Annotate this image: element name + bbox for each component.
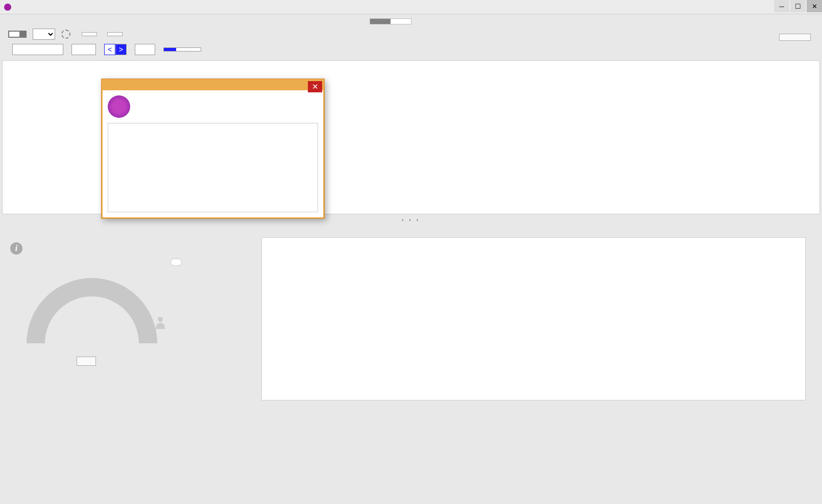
window-minimize-button[interactable]: ─ [774, 0, 789, 12]
person-icon [155, 316, 166, 329]
svg-point-0 [158, 317, 163, 322]
app-icon [4, 4, 11, 11]
window-close-button[interactable]: ✕ [807, 0, 822, 12]
main-tab-group [370, 18, 412, 24]
loading-spinner-icon [61, 30, 70, 39]
scan-interval-select[interactable] [33, 29, 55, 40]
band-24-button[interactable] [176, 48, 188, 51]
filter-button[interactable] [779, 34, 811, 41]
cloud-icon [171, 259, 182, 266]
speed-test-panel: i [0, 237, 245, 400]
window-title-bar: ─ ☐ ✕ [0, 0, 822, 14]
wifi-globe-icon [108, 95, 130, 118]
scan-toggle-button[interactable] [8, 31, 27, 38]
tab-whos-on-network[interactable] [391, 19, 411, 24]
tab-scan[interactable] [370, 19, 391, 24]
scan-toolbar [0, 27, 822, 42]
speed-gauge [20, 277, 163, 348]
modal-close-button[interactable]: ✕ [308, 81, 322, 92]
signal-less-button[interactable]: < [104, 44, 115, 55]
channel-filter-input[interactable] [71, 44, 96, 55]
pause-scan-button[interactable] [82, 32, 97, 36]
filter-bar: < > [0, 42, 822, 57]
window-maximize-button[interactable]: ☐ [790, 0, 806, 12]
band-both-button[interactable] [164, 48, 176, 51]
server-list[interactable] [108, 123, 318, 212]
speed-test-chart [261, 237, 806, 400]
info-icon: i [10, 242, 22, 255]
speed-test-servers-modal: ✕ [101, 79, 325, 219]
band-5-button[interactable] [188, 48, 201, 51]
ssid-filter-input[interactable] [12, 44, 63, 55]
signal-threshold-input[interactable] [135, 44, 155, 55]
signal-greater-button[interactable]: > [115, 44, 127, 55]
stop-scan-button[interactable] [107, 32, 123, 36]
speed-test-pause-button[interactable] [77, 357, 96, 366]
